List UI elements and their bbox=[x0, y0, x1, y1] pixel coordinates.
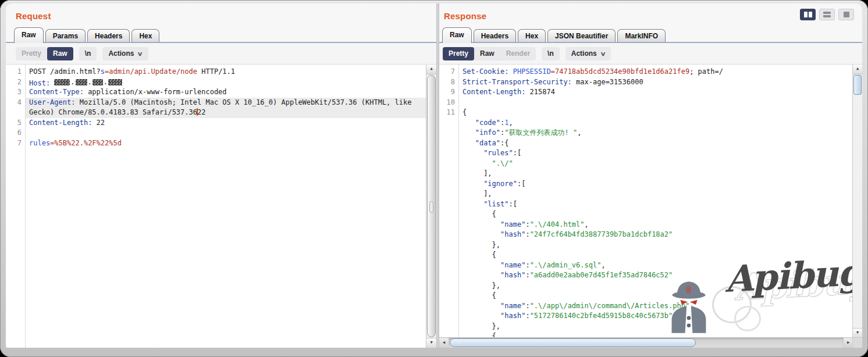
request-actions-button[interactable]: Actions ∨ bbox=[102, 47, 148, 60]
response-render-button[interactable]: Render bbox=[500, 47, 536, 60]
line-content: ], bbox=[458, 189, 853, 199]
request-tab-params[interactable]: Params bbox=[45, 29, 86, 43]
code-token: =admin/api.Update/node bbox=[105, 67, 197, 76]
code-token: "a6add0e2aab0e7d45f1ef35ad7846c52" bbox=[530, 271, 673, 279]
request-editor[interactable]: 1POST /admin.html?s=admin/api.Update/nod… bbox=[6, 64, 436, 348]
code-token: Content-Type: bbox=[29, 88, 84, 96]
scrollbar-corner bbox=[852, 337, 862, 348]
line-content: "name":".\/admin_v6.sql", bbox=[458, 260, 853, 271]
request-header: Request bbox=[6, 3, 436, 27]
code-line: 7rules=%5B%22.%2F%22%5d bbox=[6, 138, 426, 149]
code-line: 6 bbox=[6, 128, 426, 138]
code-line: 3Content-Type: application/x-www-form-ur… bbox=[6, 87, 426, 98]
code-token: { bbox=[492, 291, 496, 299]
code-token: "5172786140c2bfe4d5915b8c40c5673b" bbox=[530, 312, 673, 320]
response-scrollbar-thumb[interactable] bbox=[853, 75, 862, 95]
code-token: :{ bbox=[500, 139, 508, 147]
request-tab-headers[interactable]: Headers bbox=[87, 29, 130, 43]
code-token: , bbox=[577, 128, 581, 137]
columns-layout-button[interactable] bbox=[800, 9, 816, 20]
scroll-left-icon[interactable]: ◀ bbox=[439, 338, 449, 348]
request-pretty-button[interactable]: Pretty bbox=[16, 47, 47, 60]
line-content bbox=[458, 98, 853, 108]
code-token: ".\/app\/admin\/command\/Articles.php" bbox=[530, 302, 690, 310]
line-content: "code":1, bbox=[458, 118, 853, 128]
response-newline-button[interactable]: \n bbox=[542, 47, 560, 60]
code-line: 10 bbox=[439, 98, 853, 108]
code-token bbox=[463, 139, 475, 147]
window-frame: Request RawParamsHeadersHex Pretty Raw \… bbox=[0, 0, 868, 357]
single-layout-button[interactable] bbox=[838, 9, 854, 20]
request-tab-raw[interactable]: Raw bbox=[14, 27, 44, 43]
code-line: ], bbox=[439, 189, 853, 199]
response-editor[interactable]: 7Set-Cookie: PHPSESSID=74718ab5dcd5234e9… bbox=[439, 64, 862, 348]
code-token: }, bbox=[492, 281, 500, 290]
line-content: ], bbox=[458, 169, 853, 179]
scroll-up-icon[interactable]: ▲ bbox=[853, 65, 862, 74]
code-line: "name":".\/admin_v6.sql", bbox=[439, 260, 853, 271]
code-token bbox=[463, 291, 492, 299]
scroll-down-icon[interactable]: ▼ bbox=[853, 328, 862, 338]
response-tab-markinfo[interactable]: MarkINFO bbox=[617, 29, 666, 43]
code-token: : bbox=[525, 312, 529, 320]
line-number: 7 bbox=[6, 138, 25, 149]
code-token: application/x-www-form-urlencoded bbox=[84, 88, 227, 96]
request-tab-hex[interactable]: Hex bbox=[131, 29, 159, 43]
scroll-down-icon[interactable]: ▼ bbox=[426, 338, 436, 348]
code-token: Content-Length: bbox=[29, 119, 92, 127]
code-token: Strict-Transport-Security: bbox=[463, 78, 572, 86]
code-line: 5Content-Length: 22 bbox=[6, 118, 426, 128]
line-number: 3 bbox=[6, 87, 25, 98]
code-token: : bbox=[525, 230, 529, 238]
horizontal-scrollbar-thumb[interactable] bbox=[450, 338, 696, 347]
request-tab-bar: RawParamsHeadersHex bbox=[6, 27, 436, 43]
response-raw-button[interactable]: Raw bbox=[474, 47, 500, 60]
code-token: "hash" bbox=[500, 271, 525, 279]
code-token: :[ bbox=[508, 200, 517, 208]
response-pretty-button[interactable]: Pretty bbox=[443, 47, 474, 60]
code-token bbox=[463, 261, 500, 269]
response-tab-headers[interactable]: Headers bbox=[474, 29, 516, 43]
code-token: 22 bbox=[92, 119, 105, 127]
line-content: "name":".\/app\/admin\/command\/Articles… bbox=[458, 301, 853, 312]
request-vertical-scrollbar[interactable]: ▲ ▼ bbox=[426, 65, 436, 348]
response-vertical-scrollbar[interactable]: ▲ ▼ bbox=[852, 65, 862, 338]
code-line: 1POST /admin.html?s=admin/api.Update/nod… bbox=[6, 67, 426, 77]
code-line: "hash":"24f7cf64b4fd3887739b7ba1dcbf18a2… bbox=[439, 230, 853, 240]
code-line: }, bbox=[439, 281, 853, 291]
response-actions-button[interactable]: Actions ∨ bbox=[565, 47, 611, 60]
scroll-right-icon[interactable]: ▶ bbox=[844, 338, 853, 348]
code-token: { bbox=[463, 108, 467, 116]
code-token: 22 bbox=[197, 108, 205, 116]
code-token: { bbox=[492, 210, 496, 218]
response-tab-json-beautifier[interactable]: JSON Beautifier bbox=[547, 29, 616, 43]
response-tab-hex[interactable]: Hex bbox=[518, 29, 546, 43]
code-token: Gecko) Chrome/85.0.4183.83 Safari/537.36 bbox=[29, 108, 197, 116]
line-content: Content-Length: 215874 bbox=[458, 87, 853, 98]
code-token bbox=[463, 128, 475, 137]
line-content: { bbox=[458, 291, 853, 301]
code-token: : bbox=[525, 220, 529, 229]
line-number: 2 bbox=[6, 77, 25, 88]
code-line: "list":[ bbox=[439, 199, 853, 210]
request-newline-button[interactable]: \n bbox=[79, 47, 97, 60]
scroll-up-icon[interactable]: ▲ bbox=[426, 65, 436, 74]
code-token: ], bbox=[483, 190, 492, 198]
response-tab-raw[interactable]: Raw bbox=[442, 27, 472, 43]
line-number bbox=[439, 118, 458, 128]
code-line: "code":1, bbox=[439, 118, 853, 128]
code-token: { bbox=[492, 251, 496, 259]
request-scrollbar-thumb[interactable] bbox=[427, 75, 436, 337]
code-token: : bbox=[525, 302, 529, 310]
columns-layout-icon bbox=[804, 12, 807, 17]
horizontal-scroll-track[interactable] bbox=[449, 338, 844, 348]
code-token bbox=[463, 241, 492, 249]
code-line: ], bbox=[439, 169, 853, 179]
rows-layout-button[interactable] bbox=[819, 9, 835, 20]
request-raw-button[interactable]: Raw bbox=[47, 47, 73, 60]
request-view-segment: Pretty Raw bbox=[16, 47, 73, 60]
code-token bbox=[463, 159, 492, 167]
line-number bbox=[439, 128, 458, 138]
line-number: 7 bbox=[439, 67, 458, 77]
response-horizontal-scrollbar[interactable]: ◀ ▶ bbox=[439, 337, 853, 348]
